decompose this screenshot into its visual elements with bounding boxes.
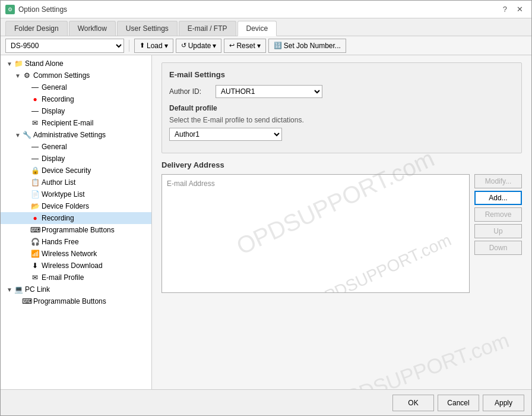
- toggle-admin[interactable]: ▼: [14, 132, 22, 138]
- tab-folder-design[interactable]: Folder Design: [5, 21, 68, 36]
- title-bar: ⚙ Option Settings ? ✕: [1, 1, 531, 18]
- reset-dropdown-icon[interactable]: ▾: [257, 42, 261, 50]
- wireless-network-icon: 📶: [30, 249, 40, 259]
- recording2-icon: ●: [30, 213, 40, 223]
- email-list-box: E-mail Address OPDSUPPORT.com: [162, 174, 470, 293]
- window-icon: ⚙: [5, 5, 15, 14]
- stand-alone-label: Stand Alone: [25, 59, 64, 68]
- tree-item-recipient-email[interactable]: ✉ Recipient E-mail: [1, 117, 151, 129]
- tree-item-recording1[interactable]: ● Recording: [1, 93, 151, 105]
- apply-button[interactable]: Apply: [483, 395, 524, 411]
- toggle-pc-link[interactable]: ▼: [5, 286, 14, 293]
- main-window: ⚙ Option Settings ? ✕ Folder Design Work…: [0, 0, 532, 416]
- window-title: Option Settings: [18, 5, 67, 14]
- tab-email-ftp[interactable]: E-mail / FTP: [179, 21, 236, 36]
- delivery-content: E-mail Address OPDSUPPORT.com Modify... …: [162, 174, 522, 293]
- add-button[interactable]: Add...: [474, 191, 522, 205]
- tree-item-display1[interactable]: — Display: [1, 105, 151, 117]
- prog-buttons2-label: Programmable Buttons: [33, 297, 106, 305]
- tree-item-wireless-download[interactable]: ⬇ Wireless Download: [1, 260, 151, 272]
- common-settings-icon: ⚙: [22, 71, 31, 80]
- tree-item-general2[interactable]: — General: [1, 141, 151, 153]
- tree-item-common-settings[interactable]: ▼ ⚙ Common Settings: [1, 70, 151, 81]
- author-list-icon: 📋: [30, 178, 40, 187]
- tree-item-author-list[interactable]: 📋 Author List: [1, 177, 151, 188]
- title-bar-controls: ? ✕: [499, 4, 527, 15]
- load-dropdown-icon[interactable]: ▾: [164, 42, 168, 50]
- author-id-group: Author ID: AUTHOR1: [169, 85, 514, 98]
- device-security-label: Device Security: [42, 166, 91, 175]
- section-title: E-mail Settings: [169, 70, 514, 79]
- reset-label: Reset: [236, 42, 255, 50]
- tree-item-recording2[interactable]: ● Recording: [1, 212, 151, 224]
- wireless-download-label: Wireless Download: [42, 261, 103, 270]
- toggle-common-settings[interactable]: ▼: [14, 73, 22, 79]
- ok-button[interactable]: OK: [392, 395, 434, 411]
- tree-item-stand-alone[interactable]: ▼ 📁 Stand Alone: [1, 58, 151, 70]
- wireless-download-icon: ⬇: [30, 261, 40, 270]
- content-area: ▼ 📁 Stand Alone ▼ ⚙ Common Settings — Ge…: [1, 55, 531, 389]
- tree-panel: ▼ 📁 Stand Alone ▼ ⚙ Common Settings — Ge…: [1, 55, 152, 389]
- admin-icon: 🔧: [22, 130, 31, 140]
- tree-item-wireless-network[interactable]: 📶 Wireless Network: [1, 248, 151, 260]
- tab-device[interactable]: Device: [238, 21, 277, 36]
- general2-icon: —: [30, 142, 40, 152]
- profile-select[interactable]: Author1: [169, 128, 282, 141]
- recording1-icon: ●: [30, 94, 40, 104]
- general1-icon: —: [30, 83, 40, 92]
- author-id-label: Author ID:: [169, 87, 211, 96]
- toolbar: DS-9500 ⬆ Load ▾ ↺ Update ▾ ↩ Reset ▾ 🔢 …: [1, 36, 531, 55]
- author-list-label: Author List: [42, 178, 75, 187]
- tree-item-prog-buttons1[interactable]: ⌨ Programmable Buttons: [1, 224, 151, 236]
- display2-label: Display: [42, 155, 65, 163]
- email-box-watermark: OPDSUPPORT.com: [310, 231, 454, 293]
- tree-item-device-security[interactable]: 🔒 Device Security: [1, 165, 151, 177]
- tab-workflow[interactable]: Workflow: [69, 21, 116, 36]
- reset-icon: ↩: [229, 42, 235, 49]
- tab-user-settings[interactable]: User Settings: [117, 21, 178, 36]
- modify-button[interactable]: Modify...: [474, 174, 522, 188]
- tree-item-device-folders[interactable]: 📂 Device Folders: [1, 200, 151, 212]
- tree-item-prog-buttons2[interactable]: ⌨ Programmable Buttons: [1, 295, 151, 307]
- toolbar-separator: [129, 40, 129, 52]
- hands-free-label: Hands Free: [42, 238, 79, 246]
- recipient-email-label: Recipient E-mail: [42, 119, 93, 127]
- tree-item-worktype-list[interactable]: 📄 Worktype List: [1, 188, 151, 200]
- wireless-network-label: Wireless Network: [42, 250, 97, 258]
- load-label: Load: [147, 42, 163, 50]
- title-bar-left: ⚙ Option Settings: [5, 5, 67, 14]
- general1-label: General: [42, 83, 67, 92]
- remove-button[interactable]: Remove: [474, 207, 522, 222]
- stand-alone-icon: 📁: [14, 59, 23, 68]
- pc-link-label: PC Link: [25, 285, 50, 294]
- device-folders-icon: 📂: [30, 201, 40, 211]
- tree-item-email-profile[interactable]: ✉ E-mail Profile: [1, 272, 151, 283]
- set-job-label: Set Job Number...: [284, 42, 341, 50]
- help-button[interactable]: ?: [499, 4, 511, 15]
- reset-button[interactable]: ↩ Reset ▾: [224, 39, 265, 53]
- cancel-button[interactable]: Cancel: [438, 395, 479, 411]
- update-button[interactable]: ↺ Update ▾: [176, 39, 222, 53]
- email-settings-box: E-mail Settings Author ID: AUTHOR1 Defau…: [162, 62, 522, 153]
- update-dropdown-icon[interactable]: ▾: [213, 42, 216, 50]
- close-button[interactable]: ✕: [513, 4, 527, 15]
- prog-buttons1-label: Programmable Buttons: [42, 226, 115, 234]
- down-button[interactable]: Down: [474, 241, 522, 255]
- delivery-buttons: Modify... Add... Remove Up Down: [474, 174, 522, 293]
- load-button[interactable]: ⬆ Load ▾: [134, 39, 173, 53]
- recipient-email-icon: ✉: [30, 118, 40, 128]
- tree-item-admin-settings[interactable]: ▼ 🔧 Administrative Settings: [1, 129, 151, 141]
- tree-item-display2[interactable]: — Display: [1, 153, 151, 165]
- hands-free-icon: 🎧: [30, 237, 40, 247]
- toggle-stand-alone[interactable]: ▼: [5, 61, 14, 67]
- email-address-placeholder: E-mail Address: [167, 179, 215, 188]
- tree-item-pc-link[interactable]: ▼ 💻 PC Link: [1, 283, 151, 295]
- author-id-select[interactable]: AUTHOR1: [216, 85, 322, 98]
- up-button[interactable]: Up: [474, 224, 522, 238]
- tree-item-general1[interactable]: — General: [1, 81, 151, 93]
- set-job-button[interactable]: 🔢 Set Job Number...: [268, 39, 346, 53]
- recording2-label: Recording: [42, 214, 74, 222]
- tree-item-hands-free[interactable]: 🎧 Hands Free: [1, 236, 151, 248]
- common-settings-label: Common Settings: [33, 71, 90, 80]
- device-select[interactable]: DS-9500: [5, 39, 124, 53]
